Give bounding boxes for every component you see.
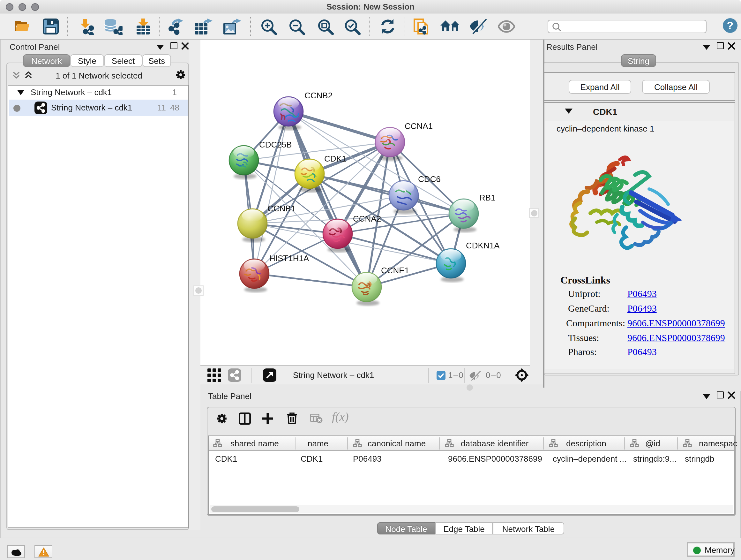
- svg-text:CCNA2: CCNA2: [353, 214, 381, 224]
- svg-text:CCNB1: CCNB1: [267, 204, 295, 213]
- svg-text:CDK1: CDK1: [324, 154, 346, 164]
- svg-text:CDC6: CDC6: [418, 174, 441, 184]
- svg-text:?: ?: [727, 19, 734, 31]
- svg-text:CCNB2: CCNB2: [305, 91, 333, 100]
- svg-text:RB1: RB1: [479, 193, 495, 202]
- svg-text:CCNA1: CCNA1: [405, 121, 433, 131]
- svg-text:CDKN1A: CDKN1A: [466, 241, 500, 250]
- svg-text:CDC25B: CDC25B: [259, 140, 292, 149]
- svg-text:CCNE1: CCNE1: [381, 266, 409, 275]
- svg-text:HIST1H1A: HIST1H1A: [269, 253, 309, 263]
